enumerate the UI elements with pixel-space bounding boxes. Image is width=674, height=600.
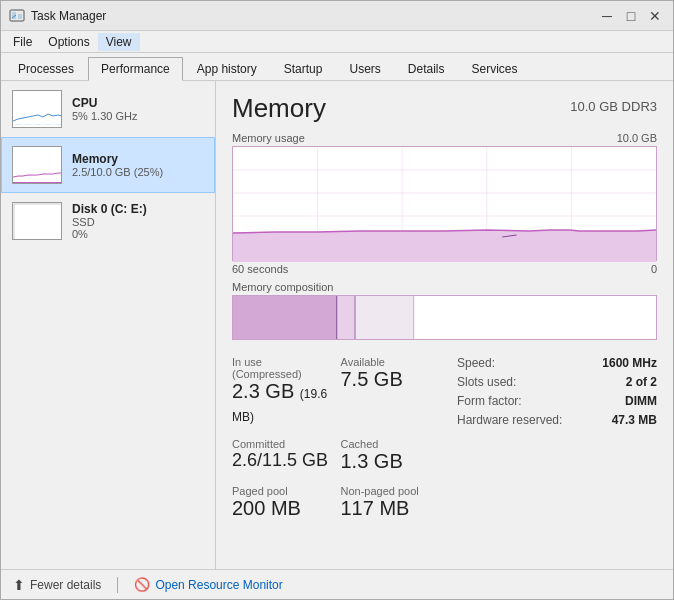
reserved-value: 47.3 MB [612, 413, 657, 427]
bottom-bar: ⬆ Fewer details 🚫 Open Resource Monitor [1, 569, 673, 599]
nonpaged-label: Non-paged pool [341, 485, 442, 497]
time-right: 0 [651, 263, 657, 275]
app-icon [9, 8, 25, 24]
tab-startup[interactable]: Startup [271, 57, 336, 80]
chevron-up-icon: ⬆ [13, 577, 25, 593]
tab-processes[interactable]: Processes [5, 57, 87, 80]
committed-value: 2.6/11.5 GB [232, 450, 333, 471]
svg-rect-23 [356, 296, 414, 340]
main-header: Memory 10.0 GB DDR3 [232, 93, 657, 124]
paged-value: 200 MB [232, 497, 333, 520]
cpu-subtitle: 5% 1.30 GHz [72, 110, 204, 122]
main-panel: Memory 10.0 GB DDR3 Memory usage 10.0 GB [216, 81, 673, 569]
tab-apphistory[interactable]: App history [184, 57, 270, 80]
cached-label: Cached [341, 438, 442, 450]
menu-view[interactable]: View [98, 33, 140, 51]
maximize-button[interactable]: □ [621, 6, 641, 26]
composition-label: Memory composition [232, 281, 657, 293]
form-row: Form factor: DIMM [457, 394, 657, 408]
right-stats: Speed: 1600 MHz Slots used: 2 of 2 Form … [457, 356, 657, 520]
usage-chart-label-row: Memory usage 10.0 GB [232, 132, 657, 144]
form-label: Form factor: [457, 394, 522, 408]
form-value: DIMM [625, 394, 657, 408]
cpu-mini-graph [12, 90, 62, 128]
svg-rect-21 [338, 296, 355, 340]
fewer-details-button[interactable]: ⬆ Fewer details [13, 577, 101, 593]
in-use-label: In use (Compressed) [232, 356, 333, 380]
disk-mini-graph [12, 202, 62, 240]
svg-rect-25 [415, 296, 656, 340]
sidebar-item-cpu[interactable]: CPU 5% 1.30 GHz [1, 81, 215, 137]
reserved-row: Hardware reserved: 47.3 MB [457, 413, 657, 427]
window-controls: ─ □ ✕ [597, 6, 665, 26]
memory-subtitle: 2.5/10.0 GB (25%) [72, 166, 204, 178]
tab-performance[interactable]: Performance [88, 57, 183, 81]
disk-title: Disk 0 (C: E:) [72, 202, 204, 216]
time-label-row: 60 seconds 0 [232, 263, 657, 275]
svg-rect-19 [233, 296, 337, 340]
page-title: Memory [232, 93, 326, 124]
slots-value: 2 of 2 [626, 375, 657, 389]
reserved-label: Hardware reserved: [457, 413, 562, 427]
usage-label: Memory usage [232, 132, 305, 144]
sidebar-item-memory[interactable]: Memory 2.5/10.0 GB (25%) [1, 137, 215, 193]
cached-stat: Cached 1.3 GB [341, 438, 442, 473]
in-use-stat: In use (Compressed) 2.3 GB (19.6 MB) [232, 356, 333, 426]
svg-rect-5 [13, 147, 62, 184]
nonpaged-value: 117 MB [341, 497, 442, 520]
fewer-details-label: Fewer details [30, 578, 101, 592]
svg-rect-8 [14, 204, 62, 240]
menu-options[interactable]: Options [40, 33, 97, 51]
paged-stat: Paged pool 200 MB [232, 485, 333, 520]
left-stats: In use (Compressed) 2.3 GB (19.6 MB) Ava… [232, 356, 441, 520]
tab-services[interactable]: Services [459, 57, 531, 80]
sidebar-item-disk[interactable]: Disk 0 (C: E:) SSD 0% [1, 193, 215, 249]
content-area: CPU 5% 1.30 GHz Memory 2.5/10.0 GB (25%) [1, 81, 673, 569]
speed-row: Speed: 1600 MHz [457, 356, 657, 370]
slots-row: Slots used: 2 of 2 [457, 375, 657, 389]
memory-title: Memory [72, 152, 204, 166]
tab-details[interactable]: Details [395, 57, 458, 80]
tab-users[interactable]: Users [336, 57, 393, 80]
disk-sub2: 0% [72, 228, 204, 240]
usage-max: 10.0 GB [617, 132, 657, 144]
committed-label: Committed [232, 438, 333, 450]
close-button[interactable]: ✕ [645, 6, 665, 26]
tab-bar: Processes Performance App history Startu… [1, 53, 673, 81]
stats-grid: In use (Compressed) 2.3 GB (19.6 MB) Ava… [232, 356, 441, 520]
svg-marker-17 [233, 230, 656, 262]
task-manager-window: Task Manager ─ □ ✕ File Options View Pro… [0, 0, 674, 600]
available-stat: Available 7.5 GB [341, 356, 442, 426]
cached-value: 1.3 GB [341, 450, 442, 473]
cpu-title: CPU [72, 96, 204, 110]
menu-file[interactable]: File [5, 33, 40, 51]
memory-spec: 10.0 GB DDR3 [570, 99, 657, 114]
available-value: 7.5 GB [341, 368, 442, 391]
speed-value: 1600 MHz [602, 356, 657, 370]
disk-sub1: SSD [72, 216, 204, 228]
speed-label: Speed: [457, 356, 495, 370]
stats-area: In use (Compressed) 2.3 GB (19.6 MB) Ava… [232, 356, 657, 520]
svg-rect-2 [18, 14, 22, 19]
resource-monitor-container[interactable]: 🚫 Open Resource Monitor [134, 577, 282, 592]
divider [117, 577, 118, 593]
in-use-value: 2.3 GB (19.6 MB) [232, 380, 333, 426]
memory-mini-graph [12, 146, 62, 184]
time-label: 60 seconds [232, 263, 288, 275]
nonpaged-stat: Non-paged pool 117 MB [341, 485, 442, 520]
minimize-button[interactable]: ─ [597, 6, 617, 26]
menu-bar: File Options View [1, 31, 673, 53]
resource-monitor-icon: 🚫 [134, 577, 150, 592]
committed-stat: Committed 2.6/11.5 GB [232, 438, 333, 473]
cpu-info: CPU 5% 1.30 GHz [72, 96, 204, 122]
available-label: Available [341, 356, 442, 368]
memory-composition-chart [232, 295, 657, 340]
sidebar: CPU 5% 1.30 GHz Memory 2.5/10.0 GB (25%) [1, 81, 216, 569]
slots-label: Slots used: [457, 375, 516, 389]
disk-info: Disk 0 (C: E:) SSD 0% [72, 202, 204, 240]
resource-monitor-link[interactable]: Open Resource Monitor [155, 578, 282, 592]
window-title: Task Manager [31, 9, 597, 23]
paged-label: Paged pool [232, 485, 333, 497]
memory-usage-chart [232, 146, 657, 261]
title-bar: Task Manager ─ □ ✕ [1, 1, 673, 31]
